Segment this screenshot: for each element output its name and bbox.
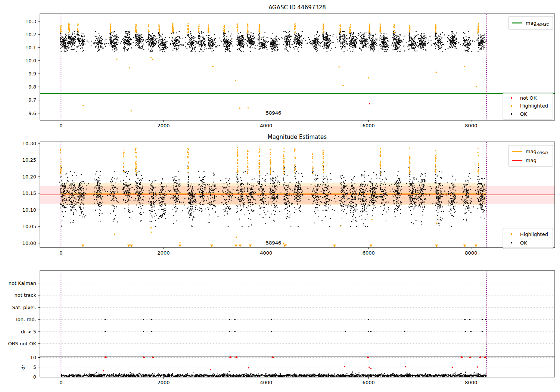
middle-chart-obsid-annotation: 58946 bbox=[266, 240, 281, 246]
legend-marker-dot bbox=[511, 233, 512, 235]
highlighted-outlier-point bbox=[340, 225, 341, 227]
x-tick-label: 4000 bbox=[260, 380, 272, 385]
legend-item-label: OK bbox=[520, 240, 527, 246]
dr-black-outlier bbox=[474, 372, 475, 373]
dr-black-outlier bbox=[465, 372, 466, 373]
bottom-chart: not Kalmannot trackSat. pixel.Ion. rad.d… bbox=[8, 271, 555, 385]
not-ok-point bbox=[369, 103, 370, 105]
top-chart: 020004000600080009.69.79.89.910.010.110.… bbox=[25, 14, 555, 128]
flag-row-label: Sat. pixel. bbox=[12, 305, 36, 310]
y-tick-label: 9.9 bbox=[28, 71, 36, 77]
highlighted-outlier-point bbox=[436, 72, 437, 73]
highlighted-outlier-point bbox=[368, 77, 369, 79]
highlighted-points bbox=[60, 147, 479, 174]
dr-not-ok-point bbox=[477, 366, 478, 367]
highlighted-outlier-point bbox=[150, 57, 152, 59]
x-tick-label: 8000 bbox=[465, 250, 477, 256]
dr-axis-label: dr bbox=[20, 364, 26, 370]
dr-not-ok-point bbox=[405, 366, 406, 367]
middle-chart-title: Magnitude Estimates bbox=[268, 134, 327, 140]
dr-not-ok-point bbox=[344, 366, 345, 367]
highlighted-outlier-point bbox=[83, 105, 84, 106]
y-tick-label: 10.2 bbox=[25, 32, 36, 37]
dr-black-outlier bbox=[228, 371, 230, 372]
y-tick-label: 10.05 bbox=[22, 224, 36, 229]
dr-not-ok-point bbox=[370, 368, 371, 369]
x-tick-label: 0 bbox=[59, 380, 62, 385]
highlighted-outlier-point bbox=[239, 108, 240, 109]
legend-marker-dot bbox=[511, 242, 512, 243]
ok-points bbox=[60, 31, 487, 52]
highlighted-outlier-point bbox=[60, 31, 62, 32]
highlighted-outlier-point bbox=[179, 242, 181, 244]
x-tick-label: 4000 bbox=[260, 123, 272, 128]
dr-tick-label: 10 bbox=[30, 355, 36, 360]
highlighted-outlier-point bbox=[212, 66, 214, 68]
x-tick-label: 8000 bbox=[465, 123, 477, 128]
x-tick-label: 2000 bbox=[158, 380, 170, 385]
dr-black-outlier bbox=[352, 371, 353, 373]
legend-item-label: Highlighted bbox=[520, 103, 548, 109]
dr-black-outlier bbox=[130, 372, 131, 373]
flag-row-label: not Kalman bbox=[9, 280, 36, 286]
dr-not-ok-point bbox=[452, 367, 453, 368]
dr-not-ok-point bbox=[103, 370, 104, 371]
y-tick-label: 10.1 bbox=[25, 45, 36, 50]
x-tick-label: 8000 bbox=[465, 380, 477, 385]
axes-frame bbox=[40, 14, 555, 120]
dr-not-ok-point bbox=[248, 367, 249, 368]
x-tick-label: 0 bbox=[59, 123, 62, 128]
highlighted-outlier-point bbox=[342, 85, 344, 86]
middle-chart: 0200040006000800010.0010.0510.1010.1510.… bbox=[22, 141, 555, 256]
x-tick-label: 0 bbox=[59, 250, 62, 256]
dr-black-outlier bbox=[96, 372, 97, 373]
top-chart-title: AGASC ID 44697328 bbox=[268, 4, 326, 11]
highlighted-outlier-point bbox=[116, 58, 118, 60]
axes-frame bbox=[40, 271, 555, 377]
flag-row-label: Ion. rad. bbox=[16, 317, 36, 322]
y-tick-label: 9.7 bbox=[28, 97, 36, 103]
figure-canvas: 020004000600080009.69.79.89.910.010.110.… bbox=[0, 0, 560, 392]
legend-marker-dot bbox=[511, 97, 512, 99]
x-tick-label: 6000 bbox=[363, 250, 375, 256]
flag-row-label: dr > 5 bbox=[21, 329, 36, 335]
legend-marker-dot bbox=[511, 105, 512, 107]
y-tick-label: 10.20 bbox=[22, 174, 36, 180]
legend-item-label: Highlighted bbox=[520, 231, 548, 237]
x-tick-label: 2000 bbox=[158, 250, 170, 256]
y-tick-label: 9.6 bbox=[28, 111, 36, 116]
highlighted-outlier-point bbox=[283, 243, 284, 244]
dr-not-ok-point bbox=[368, 367, 370, 368]
dr-clipped-markers bbox=[104, 356, 487, 358]
y-tick-label: 9.8 bbox=[28, 84, 36, 90]
legend-item-label: not OK bbox=[520, 95, 537, 101]
highlighted-outlier-point bbox=[150, 227, 152, 229]
flag-points bbox=[105, 319, 486, 332]
flag-row-label: not track bbox=[14, 292, 36, 298]
legend-item-label: mag bbox=[526, 158, 536, 163]
y-tick-label: 10.10 bbox=[22, 207, 36, 213]
y-tick-label: 10.25 bbox=[22, 157, 36, 163]
y-tick-label: 10.30 bbox=[22, 141, 36, 146]
highlighted-outlier-point bbox=[235, 80, 236, 81]
y-tick-label: 10.15 bbox=[22, 190, 36, 196]
highlighted-outlier-point bbox=[248, 107, 249, 109]
highlighted-outlier-point bbox=[476, 86, 477, 87]
highlighted-outlier-point bbox=[152, 59, 153, 60]
highlighted-outlier-point bbox=[338, 66, 340, 68]
dr-tick-label: 5 bbox=[33, 364, 36, 370]
highlighted-outlier-point bbox=[114, 234, 115, 235]
highlighted-outlier-point bbox=[436, 223, 438, 224]
highlighted-outlier-point bbox=[371, 218, 373, 220]
x-tick-label: 6000 bbox=[363, 380, 375, 385]
highlighted-outlier-point bbox=[151, 231, 153, 233]
flag-row-label: OBS not OK bbox=[8, 341, 37, 346]
legend-marker-dot bbox=[511, 113, 512, 115]
highlighted-outlier-point bbox=[60, 168, 62, 169]
top-chart-obsid-annotation: 58946 bbox=[266, 110, 281, 116]
dr-tick-label: 0 bbox=[33, 374, 36, 380]
highlighted-outlier-point bbox=[236, 237, 237, 238]
x-tick-label: 2000 bbox=[158, 123, 170, 128]
y-tick-label: 10.0 bbox=[25, 58, 36, 63]
highlighted-outlier-point bbox=[129, 67, 130, 69]
